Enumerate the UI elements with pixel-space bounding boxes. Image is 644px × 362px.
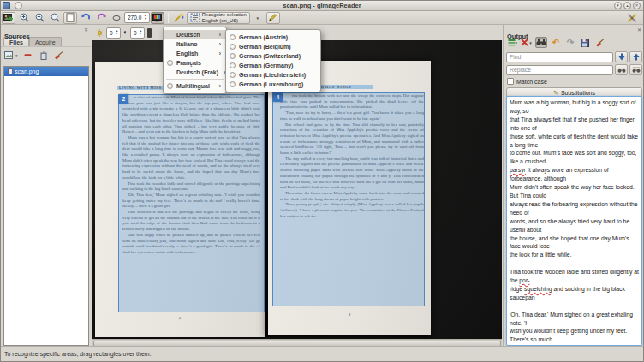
redo-icon: ↷ bbox=[567, 38, 574, 47]
menu-item-deutsch-frak[interactable]: Deutsch (Frak)› bbox=[164, 68, 226, 77]
replace-input[interactable]: Replace bbox=[506, 65, 613, 75]
contrast-stepper[interactable]: ▲▼ bbox=[139, 30, 143, 36]
broom-icon bbox=[54, 51, 63, 60]
misspelled-word: parsyr bbox=[510, 167, 526, 173]
toolbar-separator bbox=[168, 13, 169, 23]
sources-close-icon[interactable]: ✕ bbox=[84, 27, 88, 33]
find-prev-button[interactable] bbox=[629, 51, 642, 62]
maximize-button[interactable]: ▴ bbox=[623, 2, 631, 9]
add-source-button[interactable]: ▾ bbox=[4, 50, 19, 61]
wrench-icon bbox=[627, 13, 637, 23]
clear-sources-button[interactable] bbox=[53, 50, 65, 61]
radio-icon bbox=[230, 72, 236, 78]
output-textarea[interactable]: Mum was a big woman, but big in a soggy … bbox=[506, 96, 642, 346]
radio-icon bbox=[230, 34, 236, 40]
titlebar[interactable]: · scan.png - gImageReader ▾ ▴ ✕ bbox=[1, 1, 643, 11]
zoom-out-icon bbox=[35, 13, 45, 22]
status-bar: To recognize specific areas, drag rectan… bbox=[1, 346, 643, 361]
zoom-fit-button[interactable] bbox=[63, 12, 77, 24]
output-text: Mum was a big woman, but big in a soggy … bbox=[507, 97, 641, 346]
sources-list[interactable]: scan.png bbox=[3, 66, 89, 346]
recognize-language-dropdown[interactable]: ▾ bbox=[251, 12, 265, 24]
rotation-stepper[interactable]: ▲▼ bbox=[143, 15, 147, 21]
menu-item-german-switzerland[interactable]: German (Switzerland) bbox=[226, 51, 320, 61]
autolayout-icon bbox=[174, 13, 184, 22]
recognize-button[interactable]: Recognize selection English (en_US) bbox=[187, 12, 250, 24]
menu-item-deutsch[interactable]: Deutsch› bbox=[164, 30, 226, 39]
brightness-spinbox[interactable]: 0 ▲▼ bbox=[106, 27, 121, 39]
rotate-right-button[interactable] bbox=[94, 12, 108, 24]
remove-source-button[interactable] bbox=[22, 50, 34, 61]
replace-icon bbox=[617, 67, 626, 74]
contrast-spinbox[interactable]: 0 ▲▼ bbox=[130, 27, 145, 39]
redo-button[interactable]: ↷ bbox=[564, 37, 576, 48]
arrow-up-icon bbox=[633, 53, 640, 61]
open-image-icon bbox=[3, 14, 14, 22]
tab-acquire[interactable]: Acquire bbox=[29, 37, 62, 46]
app-icon bbox=[3, 2, 10, 9]
replace-all-icon bbox=[632, 67, 641, 74]
zoom-original-button[interactable] bbox=[48, 12, 62, 24]
left-page-number: 2 bbox=[95, 316, 265, 320]
brightness-stepper[interactable]: ▲▼ bbox=[115, 30, 119, 36]
settings-button[interactable] bbox=[625, 12, 639, 24]
brightness-value: 0 bbox=[108, 30, 115, 36]
selection-tag-2: 2 bbox=[119, 94, 128, 104]
ocr-selection-region-4[interactable] bbox=[272, 92, 425, 306]
ocr-selection-region-2[interactable] bbox=[118, 94, 265, 312]
menu-item-german-austria[interactable]: German (Austria) bbox=[226, 33, 320, 42]
autolayout-button[interactable] bbox=[172, 12, 186, 24]
spellcheck-language-button[interactable] bbox=[266, 12, 280, 24]
add-image-icon bbox=[4, 51, 15, 60]
display-controls-toggle[interactable] bbox=[151, 12, 164, 24]
rotate-left-button[interactable] bbox=[79, 12, 92, 24]
radio-icon bbox=[167, 60, 173, 66]
find-input[interactable]: Find bbox=[506, 52, 613, 62]
clear-output-button[interactable] bbox=[593, 37, 605, 48]
menu-item-francais[interactable]: Français bbox=[164, 58, 226, 68]
shade-button[interactable]: · bbox=[15, 2, 22, 9]
rotation-spinbox[interactable]: 270.0 ▲▼ bbox=[124, 12, 150, 23]
menu-item-german-liechtenstein[interactable]: German (Liechtenstein) bbox=[226, 70, 320, 80]
trash-icon bbox=[40, 51, 47, 60]
sources-panel: Sources ✕ Files Acquire ▾ sc bbox=[1, 25, 92, 347]
match-case-checkbox[interactable] bbox=[507, 78, 514, 85]
recognize-icon bbox=[190, 13, 200, 22]
minimize-button[interactable]: ▾ bbox=[614, 2, 622, 9]
match-case-label: Match case bbox=[516, 79, 547, 85]
menu-item-german-germany[interactable]: German (Germany) bbox=[226, 61, 320, 70]
zoom-in-icon bbox=[20, 13, 29, 22]
radio-icon bbox=[230, 62, 236, 68]
delete-source-button[interactable] bbox=[38, 50, 50, 61]
zoom-in-button[interactable] bbox=[17, 12, 31, 24]
rotate-left-icon bbox=[81, 13, 91, 22]
zoom-out-button[interactable] bbox=[33, 12, 46, 24]
menu-item-multilingual[interactable]: Multilingual› bbox=[164, 81, 226, 91]
menu-item-german-belgium[interactable]: German (Belgium) bbox=[226, 42, 320, 51]
undo-button[interactable]: ↶ bbox=[550, 37, 562, 48]
resolution-icon bbox=[147, 28, 152, 38]
output-panel: Output ✕ ▾ ↶ ↷ Find bbox=[503, 25, 644, 347]
replace-button[interactable] bbox=[615, 64, 628, 75]
find-replace-toggle[interactable] bbox=[535, 37, 547, 48]
menu-separator bbox=[166, 79, 224, 80]
window-title: scan.png - gImageReader bbox=[1, 2, 643, 9]
close-button[interactable]: ✕ bbox=[633, 2, 641, 9]
output-close-icon[interactable]: ✕ bbox=[637, 27, 641, 33]
save-output-button[interactable] bbox=[579, 37, 591, 48]
submenu-arrow-icon: › bbox=[219, 32, 221, 38]
brightness-icon bbox=[96, 29, 104, 37]
menu-item-italiano[interactable]: Italiano› bbox=[164, 39, 226, 49]
find-next-button[interactable] bbox=[615, 51, 628, 62]
sources-title: Sources bbox=[4, 33, 30, 40]
recognize-language: English (en_US) bbox=[202, 18, 247, 23]
submenu-arrow-icon: › bbox=[219, 41, 221, 47]
menu-item-english[interactable]: English› bbox=[164, 49, 226, 58]
source-filename: scan.png bbox=[15, 67, 39, 76]
misspelled-word: squelching bbox=[524, 286, 552, 292]
pen-icon bbox=[268, 13, 277, 22]
open-image-button[interactable] bbox=[2, 12, 15, 24]
replace-all-button[interactable] bbox=[629, 64, 642, 75]
menu-item-german-luxembourg[interactable]: German (Luxembourg) bbox=[226, 80, 320, 89]
source-list-item[interactable]: scan.png bbox=[4, 67, 88, 76]
